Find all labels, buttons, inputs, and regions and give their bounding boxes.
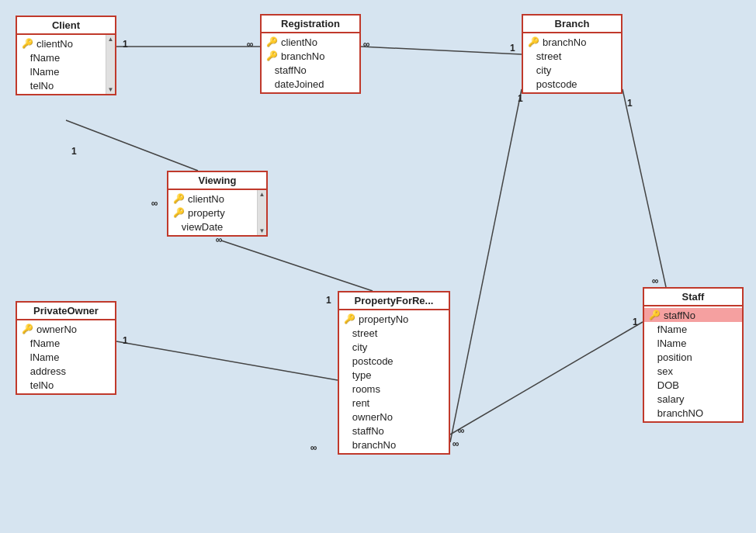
scroll-up[interactable]: ▲ xyxy=(107,35,115,43)
svg-line-6 xyxy=(450,322,643,434)
reg-row-staffNo: staffNo xyxy=(262,63,359,77)
cardinality-owner-prop-right: ∞ xyxy=(310,442,317,453)
svg-line-2 xyxy=(66,120,198,171)
privateowner-table-header: PrivateOwner xyxy=(17,303,115,320)
client-scrollbar[interactable]: ▲ ▼ xyxy=(106,35,115,94)
client-row-telNo: telNo xyxy=(17,78,115,92)
owner-row-lName: lName xyxy=(17,350,115,364)
prop-row-propertyNo: 🔑propertyNo xyxy=(339,312,449,326)
prop-row-postcode: postcode xyxy=(339,354,449,368)
client-row-clientNo: 🔑clientNo xyxy=(17,36,115,50)
svg-line-7 xyxy=(450,89,522,442)
property-table: PropertyForRe... 🔑propertyNo street city… xyxy=(338,291,450,455)
cardinality-reg-branch-left: ∞ xyxy=(363,39,370,50)
prop-row-street: street xyxy=(339,326,449,340)
cardinality-branch-staff-bottom: ∞ xyxy=(652,275,659,286)
reg-row-clientNo: 🔑clientNo xyxy=(262,35,359,49)
svg-line-5 xyxy=(622,89,666,287)
scroll-down[interactable]: ▼ xyxy=(107,85,115,94)
staff-row-lName: lName xyxy=(644,336,742,350)
cardinality-staff-prop-top: 1 xyxy=(633,317,638,327)
cardinality-client-reg-left: 1 xyxy=(123,39,128,50)
branch-table-header: Branch xyxy=(523,16,621,33)
cardinality-owner-prop-left: 1 xyxy=(123,335,128,346)
client-table-header: Client xyxy=(17,17,115,35)
owner-row-telNo: telNo xyxy=(17,378,115,392)
client-table-body: 🔑clientNo fName lName telNo ▲ ▼ xyxy=(17,35,115,94)
staff-table-body: 🔑staffNo fName lName position sex DOB sa… xyxy=(644,306,742,421)
viewing-table-header: Viewing xyxy=(168,172,266,190)
registration-table-body: 🔑clientNo 🔑branchNo staffNo dateJoined xyxy=(262,33,359,92)
key-icon: 🔑 xyxy=(266,50,278,61)
key-icon: 🔑 xyxy=(22,324,33,334)
branch-row-street: street xyxy=(523,49,621,63)
prop-row-type: type xyxy=(339,368,449,382)
privateowner-table-body: 🔑ownerNo fName lName address telNo xyxy=(17,320,115,393)
prop-row-staffNo: staffNo xyxy=(339,424,449,438)
cardinality-client-viewing-left: 1 xyxy=(71,146,77,157)
privateowner-table: PrivateOwner 🔑ownerNo fName lName addres… xyxy=(16,301,116,395)
client-row-fName: fName xyxy=(17,50,115,64)
viewing-table-body: 🔑clientNo 🔑property viewDate ▲ ▼ xyxy=(168,190,266,235)
prop-row-branchNo: branchNo xyxy=(339,438,449,452)
owner-row-address: address xyxy=(17,364,115,378)
cardinality-client-viewing-right: ∞ xyxy=(151,198,158,209)
branch-table-body: 🔑branchNo street city postcode xyxy=(523,33,621,92)
staff-row-salary: salary xyxy=(644,392,742,406)
staff-row-staffNo: 🔑staffNo xyxy=(644,308,742,322)
staff-row-DOB: DOB xyxy=(644,378,742,392)
cardinality-client-reg-right: ∞ xyxy=(247,39,254,50)
registration-table: Registration 🔑clientNo 🔑branchNo staffNo… xyxy=(260,14,361,94)
staff-row-sex: sex xyxy=(644,364,742,378)
client-row-lName: lName xyxy=(17,64,115,78)
key-icon: 🔑 xyxy=(528,36,539,47)
staff-table: Staff 🔑staffNo fName lName position sex … xyxy=(643,287,744,423)
viewing-scrollbar[interactable]: ▲ ▼ xyxy=(257,190,266,235)
staff-table-header: Staff xyxy=(644,289,742,306)
key-icon: 🔑 xyxy=(173,207,185,218)
reg-row-branchNo: 🔑branchNo xyxy=(262,49,359,63)
viewing-row-property: 🔑property xyxy=(168,206,266,220)
svg-line-4 xyxy=(116,341,338,380)
viewing-table: Viewing 🔑clientNo 🔑property viewDate ▲ ▼ xyxy=(167,171,268,237)
cardinality-branch-prop-top: 1 xyxy=(518,93,523,104)
staff-row-fName: fName xyxy=(644,322,742,336)
property-table-body: 🔑propertyNo street city postcode type ro… xyxy=(339,310,449,453)
cardinality-viewing-prop-right: 1 xyxy=(326,295,331,306)
staff-row-branchNO: branchNO xyxy=(644,406,742,420)
viewing-row-clientNo: 🔑clientNo xyxy=(168,192,266,206)
branch-row-postcode: postcode xyxy=(523,77,621,91)
key-icon: 🔑 xyxy=(344,313,355,324)
cardinality-branch-staff-top: 1 xyxy=(627,98,633,109)
property-table-header: PropertyForRe... xyxy=(339,292,449,310)
key-icon: 🔑 xyxy=(649,310,661,320)
registration-table-header: Registration xyxy=(262,16,359,33)
cardinality-branch-prop-bottom: ∞ xyxy=(453,438,459,449)
scroll-up[interactable]: ▲ xyxy=(258,190,266,199)
staff-row-position: position xyxy=(644,350,742,364)
svg-line-3 xyxy=(221,241,373,291)
owner-row-ownerNo: 🔑ownerNo xyxy=(17,322,115,336)
scroll-down[interactable]: ▼ xyxy=(258,227,266,235)
prop-row-ownerNo: ownerNo xyxy=(339,410,449,424)
key-icon: 🔑 xyxy=(173,193,185,204)
branch-row-city: city xyxy=(523,63,621,77)
prop-row-city: city xyxy=(339,340,449,354)
key-icon: 🔑 xyxy=(22,38,33,49)
reg-row-dateJoined: dateJoined xyxy=(262,77,359,91)
viewing-row-viewDate: viewDate xyxy=(168,220,266,234)
branch-row-branchNo: 🔑branchNo xyxy=(523,35,621,49)
client-table: Client 🔑clientNo fName lName telNo ▲ ▼ xyxy=(16,16,116,95)
prop-row-rent: rent xyxy=(339,396,449,410)
key-icon: 🔑 xyxy=(266,36,278,47)
owner-row-fName: fName xyxy=(17,336,115,350)
svg-line-1 xyxy=(361,47,522,54)
branch-table: Branch 🔑branchNo street city postcode xyxy=(522,14,622,94)
prop-row-rooms: rooms xyxy=(339,382,449,396)
cardinality-staff-prop-bottom: ∞ xyxy=(458,425,465,436)
cardinality-reg-branch-right: 1 xyxy=(510,43,515,54)
